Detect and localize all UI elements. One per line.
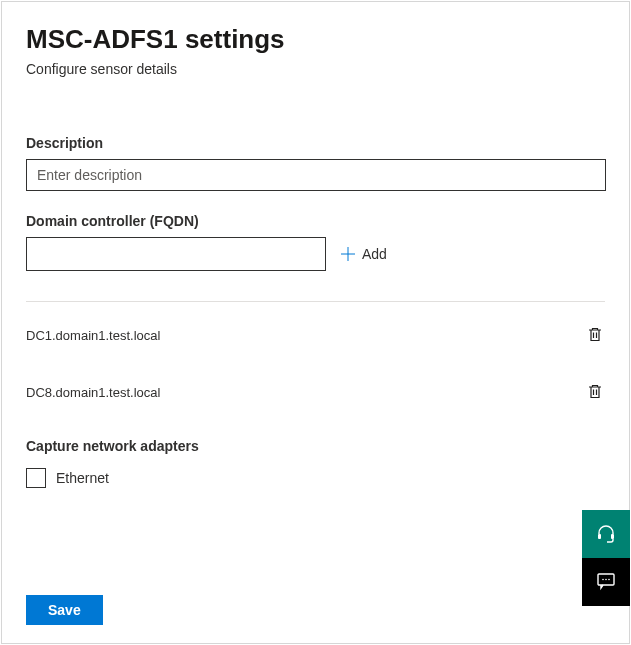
trash-icon xyxy=(587,326,603,345)
dc-item-name: DC8.domain1.test.local xyxy=(26,385,160,400)
svg-point-4 xyxy=(605,578,607,580)
page-subtitle: Configure sensor details xyxy=(26,61,605,77)
headset-icon xyxy=(596,523,616,546)
save-button[interactable]: Save xyxy=(26,595,103,625)
svg-point-5 xyxy=(608,578,610,580)
svg-rect-0 xyxy=(598,534,601,539)
description-label: Description xyxy=(26,135,605,151)
chat-icon xyxy=(596,571,616,594)
add-dc-button[interactable]: Add xyxy=(336,242,391,266)
floating-actions xyxy=(582,510,630,606)
adapter-option: Ethernet xyxy=(26,468,605,488)
support-button[interactable] xyxy=(582,510,630,558)
dc-label: Domain controller (FQDN) xyxy=(26,213,605,229)
dc-list-item: DC1.domain1.test.local xyxy=(26,324,605,347)
delete-dc-button[interactable] xyxy=(585,381,605,404)
settings-panel: MSC-ADFS1 settings Configure sensor deta… xyxy=(1,1,630,644)
description-input[interactable] xyxy=(26,159,606,191)
page-title: MSC-ADFS1 settings xyxy=(26,24,605,55)
dc-fqdn-input[interactable] xyxy=(26,237,326,271)
dc-input-row: Add xyxy=(26,237,605,271)
divider xyxy=(26,301,605,302)
add-label: Add xyxy=(362,246,387,262)
plus-icon xyxy=(340,246,356,262)
svg-rect-1 xyxy=(611,534,614,539)
svg-point-3 xyxy=(602,578,604,580)
delete-dc-button[interactable] xyxy=(585,324,605,347)
feedback-button[interactable] xyxy=(582,558,630,606)
adapter-option-label: Ethernet xyxy=(56,470,109,486)
adapter-checkbox[interactable] xyxy=(26,468,46,488)
adapters-label: Capture network adapters xyxy=(26,438,605,454)
dc-item-name: DC1.domain1.test.local xyxy=(26,328,160,343)
trash-icon xyxy=(587,383,603,402)
dc-list-item: DC8.domain1.test.local xyxy=(26,381,605,404)
